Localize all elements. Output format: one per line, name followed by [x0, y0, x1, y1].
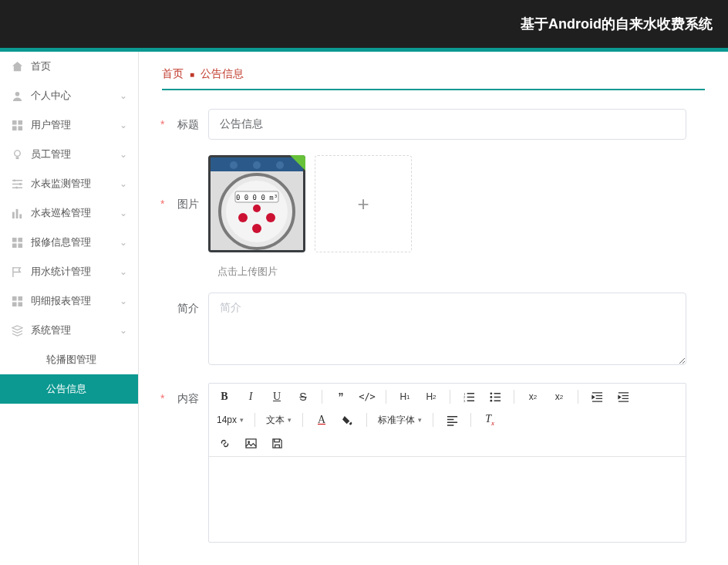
separator: [302, 413, 303, 427]
chevron-down-icon: ⌄: [120, 178, 127, 189]
svg-rect-15: [12, 243, 16, 248]
indent-button[interactable]: [615, 388, 631, 405]
sidebar-item-profile[interactable]: 个人中心 ⌄: [0, 81, 138, 110]
sidebar-sub-label: 轮播图管理: [46, 353, 96, 367]
sidebar-item-label: 员工管理: [31, 147, 120, 161]
ordered-list-button[interactable]: 123: [461, 388, 477, 405]
sidebar-item-label: 明细报表管理: [31, 294, 120, 308]
chevron-down-icon: ⌄: [120, 90, 127, 101]
svg-rect-12: [19, 214, 22, 218]
stack-icon: [11, 324, 23, 337]
svg-point-24: [276, 161, 284, 169]
svg-rect-4: [18, 126, 22, 130]
separator: [254, 413, 255, 427]
unordered-list-button[interactable]: [487, 388, 503, 405]
svg-rect-3: [12, 126, 16, 130]
svg-point-41: [248, 441, 250, 443]
uploaded-image-thumb[interactable]: 0 0 0 0 m³: [208, 155, 305, 252]
save-button-icon[interactable]: [269, 435, 285, 452]
summary-label: 简介: [162, 293, 208, 323]
bold-button[interactable]: B: [217, 388, 232, 405]
sidebar-item-label: 用户管理: [31, 118, 120, 132]
outdent-button[interactable]: [589, 388, 605, 405]
user-icon: [11, 90, 23, 102]
font-size-select[interactable]: 14px▾: [217, 414, 244, 425]
rich-text-editor: B I U S ” </> H1 H2 123 x2: [208, 383, 686, 543]
svg-rect-40: [245, 438, 255, 447]
svg-rect-14: [18, 237, 22, 242]
separator: [366, 413, 367, 427]
divider: [162, 89, 705, 90]
title-input[interactable]: [208, 109, 686, 140]
sidebar-item-home[interactable]: 首页: [0, 52, 138, 81]
superscript-button[interactable]: x2: [551, 388, 567, 405]
sidebar-item-inspect[interactable]: 水表巡检管理 ⌄: [0, 198, 138, 228]
home-icon: [11, 60, 23, 73]
sidebar-item-users[interactable]: 用户管理 ⌄: [0, 110, 138, 140]
svg-text:0 0 0 0 m³: 0 0 0 0 m³: [236, 194, 278, 201]
svg-rect-6: [15, 157, 19, 159]
sidebar: 首页 个人中心 ⌄ 用户管理 ⌄ 员工管理 ⌄ 水表: [0, 52, 139, 565]
svg-rect-19: [12, 302, 16, 306]
subscript-button[interactable]: x2: [525, 388, 541, 405]
align-button[interactable]: [444, 411, 460, 428]
sidebar-item-report[interactable]: 明细报表管理 ⌄: [0, 286, 138, 316]
content-label: 内容: [162, 383, 208, 414]
editor-body[interactable]: [209, 457, 686, 542]
svg-point-9: [15, 186, 18, 188]
upload-hint: 点击上传图片: [217, 265, 705, 279]
italic-button[interactable]: I: [243, 388, 258, 405]
chevron-down-icon: ⌄: [120, 296, 127, 306]
code-button[interactable]: </>: [359, 388, 375, 405]
svg-rect-1: [12, 120, 16, 124]
svg-rect-18: [18, 296, 22, 300]
svg-point-22: [230, 161, 238, 169]
separator: [470, 413, 471, 427]
sidebar-item-usage[interactable]: 用水统计管理 ⌄: [0, 257, 138, 286]
svg-rect-13: [12, 237, 16, 242]
grid-icon: [11, 119, 23, 131]
chevron-down-icon: ⌄: [120, 120, 127, 130]
svg-point-23: [253, 161, 261, 169]
form-row-title: 标题: [162, 109, 705, 140]
block-type-select[interactable]: 文本▾: [266, 414, 292, 427]
sidebar-sub-announce[interactable]: 公告信息: [0, 374, 138, 404]
quote-button[interactable]: ”: [333, 388, 349, 405]
summary-textarea[interactable]: [208, 293, 686, 365]
svg-point-39: [490, 399, 492, 401]
sidebar-item-label: 水表监测管理: [31, 177, 120, 191]
svg-rect-2: [18, 120, 22, 124]
breadcrumb-home[interactable]: 首页: [162, 67, 184, 81]
sidebar-item-label: 系统管理: [31, 323, 120, 337]
chevron-down-icon: ⌄: [120, 149, 127, 160]
sidebar-sub-carousel[interactable]: 轮播图管理: [0, 345, 138, 374]
underline-button[interactable]: U: [269, 388, 285, 405]
sidebar-item-repair[interactable]: 报修信息管理 ⌄: [0, 228, 138, 257]
bg-color-button[interactable]: [340, 411, 356, 428]
h2-button[interactable]: H2: [423, 388, 439, 405]
svg-rect-16: [18, 243, 22, 248]
sliders-icon: [11, 178, 23, 190]
form-row-content: 内容 B I U S ” </> H1 H2 123: [162, 383, 705, 543]
svg-point-37: [490, 392, 492, 394]
breadcrumb: 首页 ■ 公告信息: [162, 67, 705, 81]
separator: [450, 390, 450, 404]
sidebar-item-monitor[interactable]: 水表监测管理 ⌄: [0, 169, 138, 198]
form-row-image: 图片 0 0 0 0 m³: [162, 155, 705, 252]
sidebar-item-staff[interactable]: 员工管理 ⌄: [0, 140, 138, 169]
svg-rect-20: [18, 302, 22, 306]
strike-button[interactable]: S: [295, 388, 311, 405]
h1-button[interactable]: H1: [397, 388, 413, 405]
clear-format-button[interactable]: Tx: [482, 411, 497, 428]
chevron-down-icon: ⌄: [120, 266, 127, 277]
image-button[interactable]: [243, 435, 258, 452]
sidebar-item-label: 用水统计管理: [31, 265, 120, 279]
sidebar-item-system[interactable]: 系统管理 ⌄: [0, 316, 138, 345]
sidebar-item-label: 水表巡检管理: [31, 206, 120, 220]
svg-point-8: [19, 183, 21, 185]
text-color-button[interactable]: A: [314, 411, 329, 428]
breadcrumb-current: 公告信息: [201, 67, 244, 81]
link-button[interactable]: [217, 435, 232, 452]
upload-add-button[interactable]: +: [315, 155, 412, 252]
font-family-select[interactable]: 标准字体▾: [378, 414, 422, 427]
